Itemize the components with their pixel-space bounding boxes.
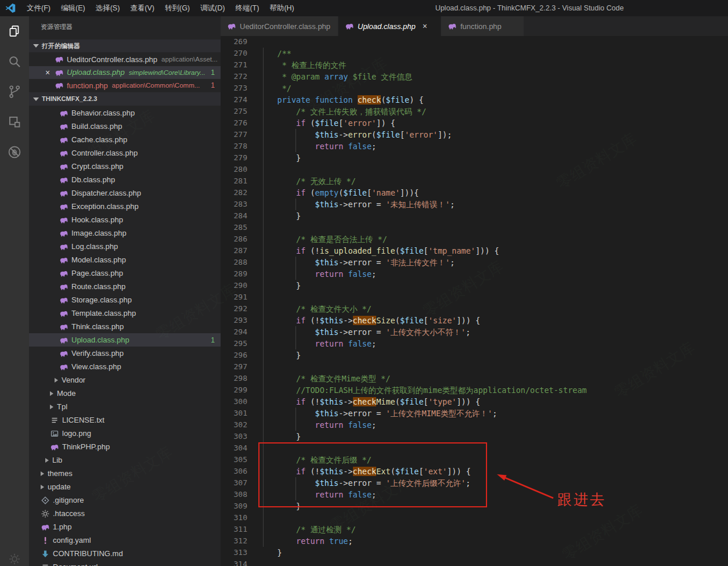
tree-item-config.yaml[interactable]: config.yaml [29, 533, 221, 547]
tree-item-Verify.class.php[interactable]: Verify.class.php [29, 347, 221, 360]
tree-item-Think.class.php[interactable]: Think.class.php [29, 320, 221, 333]
code-text[interactable]: $this->error = '上传文件后缀不允许'; [258, 477, 470, 489]
code-text[interactable]: if (!is_uploaded_file($file['tmp_name'])… [258, 245, 499, 257]
code-text[interactable]: } [258, 431, 301, 442]
tab-Upload.class.php[interactable]: Upload.class.php× [338, 16, 441, 36]
tree-item-.gitignore[interactable]: .gitignore [29, 493, 221, 507]
code-text[interactable]: } [258, 210, 301, 222]
code-line-274: 274 private function check($file) { [221, 94, 728, 106]
tree-item-View.class.php[interactable]: View.class.php [29, 360, 221, 373]
tree-item-1.php[interactable]: 1.php [29, 520, 221, 533]
code-text[interactable]: } [258, 547, 282, 558]
code-text[interactable]: return false; [258, 419, 376, 431]
code-text[interactable]: /* 无效上传 */ [258, 175, 356, 187]
code-text[interactable]: * @param array $file 文件信息 [258, 71, 412, 82]
code-line-301: 301 $this->error = '上传文件MIME类型不允许！'; [221, 408, 728, 419]
tree-item-Template.class.php[interactable]: Template.class.php [29, 307, 221, 320]
code-text[interactable]: /* 检查文件Mime类型 */ [258, 373, 390, 384]
menu-item-2[interactable]: 选择(S) [91, 0, 125, 16]
tab-UeditorController.class.php[interactable]: UeditorController.class.php [221, 16, 338, 36]
code-text[interactable]: /* 通过检测 */ [258, 524, 356, 535]
code-text[interactable]: if (!$this->checkMime($file['type'])) { [258, 396, 480, 408]
tree-item-Log.class.php[interactable]: Log.class.php [29, 240, 221, 253]
activity-search-button[interactable] [0, 46, 29, 77]
tree-item-Vendor[interactable]: Vendor [29, 373, 221, 387]
activity-extensions-button[interactable] [0, 107, 29, 137]
code-text[interactable]: $this->error = '上传文件大小不符！'; [258, 326, 470, 338]
menu-item-3[interactable]: 查看(V) [125, 0, 160, 16]
code-text[interactable]: //TODO:FLASH上传的文件获取到的mime类型都为application… [258, 384, 587, 396]
open-editor-UeditorController.class.php[interactable]: UeditorController.class.phpapplication\A… [29, 53, 221, 66]
tree-item-LICENSE.txt[interactable]: LICENSE.txt [29, 413, 221, 427]
settings-button[interactable] [0, 547, 29, 566]
tree-item-Storage.class.php[interactable]: Storage.class.php [29, 293, 221, 307]
code-text[interactable]: * 检查上传的文件 [258, 59, 346, 71]
tab-function.php[interactable]: function.php [441, 16, 524, 36]
tree-item-.htaccess[interactable]: .htaccess [29, 507, 221, 520]
code-text[interactable]: if (!$this->checkExt($file['ext'])) { [258, 466, 471, 477]
code-text[interactable]: return false; [258, 338, 376, 349]
code-text[interactable]: $this->error($file['error']); [258, 129, 452, 140]
menu-item-4[interactable]: 转到(G) [160, 0, 195, 16]
tree-item-Tpl[interactable]: Tpl [29, 400, 221, 413]
tree-item-Upload.class.php[interactable]: Upload.class.php1 [29, 333, 221, 347]
tree-item-Route.class.php[interactable]: Route.class.php [29, 280, 221, 293]
code-text[interactable]: private function check($file) { [258, 94, 424, 106]
tree-item-Exception.class.php[interactable]: Exception.class.php [29, 200, 221, 213]
menu-item-7[interactable]: 帮助(H) [264, 0, 299, 16]
menu-item-1[interactable]: 编辑(E) [56, 0, 91, 16]
code-text[interactable]: $this->error = '未知上传错误！'; [258, 199, 455, 210]
code-text[interactable]: return false; [258, 140, 376, 152]
tree-item-Mode[interactable]: Mode [29, 387, 221, 400]
code-text[interactable]: } [258, 152, 301, 164]
tree-item-themes[interactable]: themes [29, 467, 221, 480]
activity-source-control-button[interactable] [0, 77, 29, 107]
code-text[interactable]: /* 文件上传失败，捕获错误代码 */ [258, 106, 426, 117]
code-text[interactable]: if (!$this->checkSize($file['size'])) { [258, 315, 480, 326]
tree-item-Image.class.php[interactable]: Image.class.php [29, 226, 221, 240]
tree-item-Cache.class.php[interactable]: Cache.class.php [29, 133, 221, 146]
code-area[interactable]: 269270 /**271 * 检查上传的文件272 * @param arra… [221, 36, 728, 566]
tree-item-Behavior.class.php[interactable]: Behavior.class.php [29, 106, 221, 120]
close-icon[interactable]: × [43, 66, 52, 80]
tree-item-Document.url[interactable]: Document.url [29, 560, 221, 566]
token-keyword: false [348, 269, 372, 279]
project-folder-header[interactable]: THINKCMFX_2.2.3 [29, 92, 221, 106]
menu-item-0[interactable]: 文件(F) [21, 0, 56, 16]
activity-debug-button[interactable] [0, 137, 29, 167]
code-text[interactable]: /* 检查是否合法上传 */ [258, 233, 387, 245]
tree-item-Controller.class.php[interactable]: Controller.class.php [29, 146, 221, 160]
code-text[interactable]: } [258, 349, 301, 361]
code-text[interactable]: } [258, 280, 301, 291]
tree-item-update[interactable]: update [29, 480, 221, 493]
tree-item-Model.class.php[interactable]: Model.class.php [29, 253, 221, 266]
tree-item-logo.png[interactable]: logo.png [29, 427, 221, 440]
code-text[interactable]: } [258, 500, 301, 512]
tree-item-Build.class.php[interactable]: Build.class.php [29, 120, 221, 133]
open-editors-header[interactable]: 打开的编辑器 [29, 39, 221, 52]
tree-item-Crypt.class.php[interactable]: Crypt.class.php [29, 160, 221, 173]
code-text[interactable]: $this->error = '上传文件MIME类型不允许！'; [258, 408, 497, 419]
code-text[interactable]: return false; [258, 489, 376, 500]
tree-item-Page.class.php[interactable]: Page.class.php [29, 266, 221, 280]
tree-item-Lib[interactable]: Lib [29, 453, 221, 467]
tree-item-Hook.class.php[interactable]: Hook.class.php [29, 213, 221, 226]
tree-item-Dispatcher.class.php[interactable]: Dispatcher.class.php [29, 186, 221, 200]
code-text[interactable]: /* 检查文件后缀 */ [258, 454, 372, 466]
code-text[interactable]: return false; [258, 268, 376, 280]
code-text[interactable]: $this->error = '非法上传文件！'; [258, 257, 455, 268]
php-elephant-icon [345, 21, 354, 31]
code-text[interactable]: return true; [258, 535, 353, 547]
close-icon[interactable]: × [423, 21, 427, 31]
code-text[interactable]: if ($file['error']) { [258, 117, 395, 129]
code-text[interactable]: /* 检查文件大小 */ [258, 303, 372, 315]
open-editor-Upload.class.php[interactable]: ×Upload.class.phpsimplewind\Core\Library… [29, 66, 221, 80]
tree-item-ThinkPHP.php[interactable]: ThinkPHP.php [29, 440, 221, 453]
activity-explorer-button[interactable] [0, 16, 29, 46]
menu-item-5[interactable]: 调试(D) [195, 0, 230, 16]
tree-item-CONTRIBUTING.md[interactable]: CONTRIBUTING.md [29, 547, 221, 560]
code-text[interactable]: if (empty($file['name'])){ [258, 187, 419, 199]
menu-item-6[interactable]: 终端(T) [230, 0, 264, 16]
open-editor-function.php[interactable]: function.phpapplication\Common\Comm...1 [29, 79, 221, 92]
tree-item-Db.class.php[interactable]: Db.class.php [29, 173, 221, 186]
